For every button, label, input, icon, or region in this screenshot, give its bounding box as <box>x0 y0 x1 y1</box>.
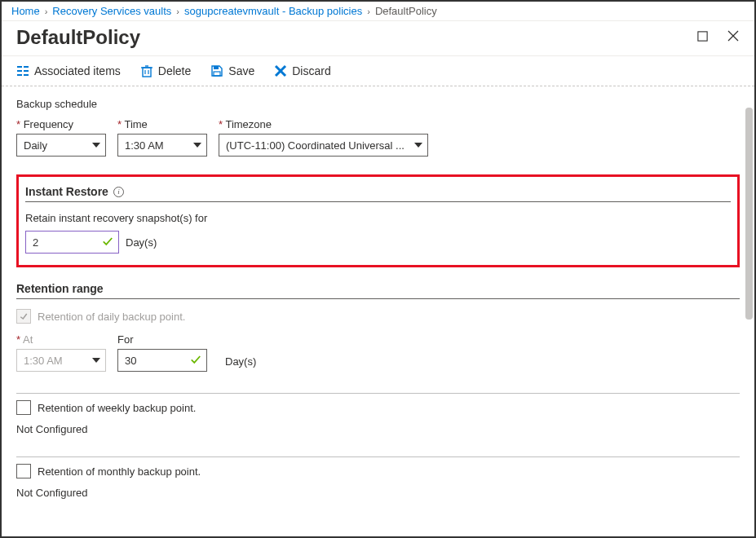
delete-button[interactable]: Delete <box>140 64 191 77</box>
svg-rect-8 <box>24 74 29 76</box>
instant-restore-title: Instant Restore <box>25 185 108 198</box>
page-title: DefaultPolicy <box>16 26 140 49</box>
weekly-not-configured: Not Configured <box>16 423 740 435</box>
list-icon <box>16 64 29 77</box>
retention-range-title: Retention range <box>16 282 104 295</box>
maximize-icon[interactable] <box>696 30 709 46</box>
instant-restore-highlight: Instant Restore i Retain instant recover… <box>16 174 740 267</box>
monthly-retention-label: Retention of monthly backup point. <box>38 465 201 478</box>
svg-rect-7 <box>24 70 29 72</box>
breadcrumb-vault[interactable]: sogupcreatevmvault - Backup policies <box>184 5 362 17</box>
time-select[interactable]: 1:30 AM <box>117 134 207 157</box>
info-icon[interactable]: i <box>113 187 124 197</box>
weekly-retention-label: Retention of weekly backup point. <box>38 402 196 414</box>
checkmark-icon <box>190 354 201 368</box>
close-icon[interactable] <box>727 29 740 46</box>
chevron-down-icon <box>92 358 100 363</box>
monthly-retention-checkbox[interactable] <box>16 464 31 478</box>
time-value: 1:30 AM <box>125 139 164 152</box>
daily-retention-label: Retention of daily backup point. <box>38 311 185 323</box>
svg-rect-15 <box>214 72 220 76</box>
monthly-not-configured: Not Configured <box>16 487 740 499</box>
backup-schedule-heading: Backup schedule <box>16 98 740 110</box>
svg-rect-5 <box>17 74 22 76</box>
svg-rect-0 <box>698 31 707 40</box>
for-label: For <box>117 333 207 346</box>
chevron-down-icon <box>414 143 422 148</box>
checkmark-icon <box>19 311 29 321</box>
page-header: DefaultPolicy <box>2 21 754 56</box>
timezone-value: (UTC-11:00) Coordinated Universal ... <box>226 139 405 152</box>
svg-rect-4 <box>17 70 22 72</box>
svg-rect-14 <box>214 66 219 69</box>
breadcrumb-home[interactable]: Home <box>11 5 40 17</box>
retain-days-input[interactable]: 2 <box>25 231 119 254</box>
weekly-retention-checkbox[interactable] <box>16 400 31 415</box>
retain-days-suffix: Day(s) <box>126 236 157 249</box>
checkmark-icon <box>102 236 113 249</box>
retain-snapshot-label: Retain instant recovery snapshot(s) for <box>25 212 731 224</box>
trash-icon <box>140 64 153 77</box>
breadcrumb-vaults[interactable]: Recovery Services vaults <box>52 5 171 17</box>
breadcrumb-current: DefaultPolicy <box>375 5 437 17</box>
svg-rect-6 <box>24 66 29 68</box>
breadcrumb: Home › Recovery Services vaults › sogupc… <box>2 2 754 21</box>
discard-label: Discard <box>292 64 330 77</box>
save-button[interactable]: Save <box>210 64 254 77</box>
instant-restore-heading: Instant Restore i <box>25 185 731 202</box>
scrollbar[interactable] <box>745 108 753 320</box>
frequency-select[interactable]: Daily <box>16 134 106 157</box>
chevron-right-icon: › <box>367 7 370 16</box>
chevron-down-icon <box>92 143 100 148</box>
retain-days-value: 2 <box>33 236 38 249</box>
for-days-input[interactable]: 30 <box>117 349 207 372</box>
retention-range-heading: Retention range <box>16 282 740 299</box>
timezone-select[interactable]: (UTC-11:00) Coordinated Universal ... <box>219 134 428 157</box>
frequency-value: Daily <box>24 139 47 152</box>
at-time-value: 1:30 AM <box>24 355 63 367</box>
for-days-value: 30 <box>125 355 136 367</box>
svg-rect-3 <box>17 66 22 68</box>
associated-items-label: Associated items <box>34 64 121 77</box>
save-icon <box>210 64 223 77</box>
timezone-label: Timezone <box>219 118 428 130</box>
discard-icon <box>274 64 287 77</box>
for-days-suffix: Day(s) <box>225 355 256 372</box>
frequency-label: Frequency <box>16 118 106 130</box>
chevron-right-icon: › <box>45 7 48 16</box>
associated-items-button[interactable]: Associated items <box>16 64 121 77</box>
time-label: Time <box>117 118 207 130</box>
delete-label: Delete <box>158 64 191 77</box>
chevron-right-icon: › <box>176 7 179 16</box>
save-label: Save <box>228 64 254 77</box>
at-label: At <box>16 333 106 346</box>
svg-rect-9 <box>143 68 151 77</box>
discard-button[interactable]: Discard <box>274 64 330 77</box>
content-pane: Backup schedule Frequency Daily Time 1:3… <box>2 86 754 527</box>
command-bar: Associated items Delete Save Discard <box>2 56 754 86</box>
daily-retention-checkbox <box>16 309 31 324</box>
at-time-select: 1:30 AM <box>16 349 106 372</box>
chevron-down-icon <box>193 143 201 148</box>
